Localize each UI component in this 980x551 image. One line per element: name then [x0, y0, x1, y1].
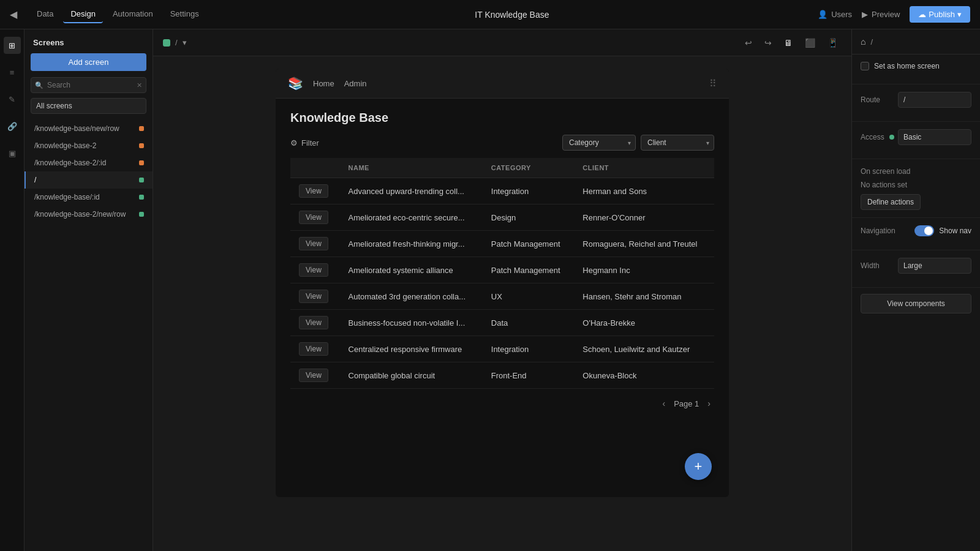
- iconbar-components[interactable]: ≡: [4, 64, 21, 81]
- row-category: Patch Management: [483, 257, 575, 283]
- add-screen-button[interactable]: Add screen: [31, 53, 146, 71]
- prev-page-button[interactable]: ‹: [658, 397, 669, 410]
- topbar-right: 👤 Users ▶ Preview ☁ Publish ▾: [818, 6, 970, 23]
- canvas-breadcrumb: /: [175, 38, 178, 47]
- home-icon: ⌂: [861, 37, 865, 47]
- view-components-button[interactable]: View components: [861, 294, 971, 313]
- screen-filter-select[interactable]: All screens: [31, 98, 146, 114]
- tab-automation[interactable]: Automation: [105, 6, 160, 23]
- tab-settings[interactable]: Settings: [163, 6, 206, 23]
- iconbar-screens[interactable]: ⊞: [4, 37, 21, 54]
- app-nav-grid-icon[interactable]: ⠿: [709, 78, 717, 89]
- table-row: View Compatible global circuit Front-End…: [290, 362, 714, 389]
- row-client: O'Hara-Brekke: [574, 310, 714, 336]
- view-button[interactable]: View: [299, 263, 328, 277]
- fab-button[interactable]: +: [685, 453, 712, 480]
- view-button[interactable]: View: [299, 237, 328, 250]
- users-button[interactable]: 👤 Users: [818, 10, 852, 19]
- search-box: 🔍 ✕: [31, 77, 146, 93]
- tablet-view-button[interactable]: ⬛: [801, 36, 819, 50]
- search-input[interactable]: [31, 77, 146, 93]
- topbar-left: ◀ Data Design Automation Settings: [10, 6, 206, 23]
- screen-item[interactable]: /knowledge-base-2: [24, 137, 153, 154]
- kb-toolbar: ⚙ Filter Category ▾: [290, 135, 714, 151]
- table-row: View Ameliorated eco-centric secure... D…: [290, 204, 714, 231]
- row-name: Ameliorated eco-centric secure...: [340, 204, 483, 231]
- screen-item[interactable]: /knowledge-base/new/row: [24, 120, 153, 137]
- row-name: Ameliorated systemic alliance: [340, 257, 483, 283]
- set-home-checkbox[interactable]: [861, 62, 869, 70]
- row-client: Hegmann Inc: [574, 257, 714, 283]
- app-nav-admin[interactable]: Admin: [344, 77, 367, 91]
- row-client: Okuneva-Block: [574, 362, 714, 389]
- view-button[interactable]: View: [299, 290, 328, 303]
- kb-filters: Category ▾ Client ▾: [562, 135, 714, 151]
- mobile-view-button[interactable]: 📱: [824, 36, 842, 50]
- screen-item[interactable]: /knowledge-base-2/new/row: [24, 206, 153, 223]
- canvas-content: 📚 Home Admin ⠿ Knowledge Base ⚙ Filter: [153, 56, 851, 551]
- desktop-view-button[interactable]: 🖥: [780, 36, 796, 50]
- show-nav-label: Show nav: [939, 227, 971, 235]
- category-filter[interactable]: Category: [562, 135, 636, 151]
- client-filter-wrap: Client ▾: [641, 135, 714, 151]
- route-input[interactable]: [898, 92, 971, 108]
- set-home-section: Set as home screen: [852, 54, 980, 84]
- publish-button[interactable]: ☁ Publish ▾: [910, 6, 970, 23]
- screen-filter: All screens: [31, 98, 146, 114]
- right-panel: ⌂ / Set as home screen Route Access Basi…: [851, 29, 980, 551]
- topbar: ◀ Data Design Automation Settings IT Kno…: [0, 0, 980, 29]
- row-client: Schoen, Lueilwitz and Kautzer: [574, 336, 714, 362]
- iconbar-theme[interactable]: ✎: [4, 91, 21, 108]
- view-button[interactable]: View: [299, 369, 328, 382]
- undo-button[interactable]: ↩: [741, 36, 756, 50]
- width-label: Width: [861, 261, 880, 270]
- kb-table: NAME CATEGORY CLIENT View Advanced upwar…: [290, 158, 714, 389]
- right-panel-breadcrumb: /: [870, 37, 873, 47]
- redo-button[interactable]: ↪: [761, 36, 775, 50]
- width-row: Width Large: [861, 258, 971, 274]
- app-preview: 📚 Home Admin ⠿ Knowledge Base ⚙ Filter: [276, 69, 729, 497]
- access-row: Access Basic: [861, 129, 971, 145]
- view-button[interactable]: View: [299, 211, 328, 224]
- back-button[interactable]: ◀: [10, 9, 17, 20]
- screen-dot: [139, 212, 144, 217]
- width-select[interactable]: Large: [898, 258, 971, 274]
- filter-button[interactable]: ⚙ Filter: [290, 138, 319, 148]
- screens-title: Screens: [24, 29, 153, 53]
- client-filter[interactable]: Client: [641, 135, 714, 151]
- iconbar-data[interactable]: ▣: [4, 144, 21, 162]
- next-page-button[interactable]: ›: [704, 397, 714, 410]
- iconbar-links[interactable]: 🔗: [4, 118, 21, 135]
- show-nav-toggle[interactable]: [914, 225, 934, 236]
- page-label: Page 1: [674, 399, 699, 408]
- row-category: Patch Management: [483, 231, 575, 257]
- view-button[interactable]: View: [299, 316, 328, 329]
- screen-item[interactable]: /knowledge-base/:id: [24, 189, 153, 206]
- publish-icon: ☁: [918, 10, 926, 19]
- app-navigation: 📚 Home Admin ⠿: [276, 69, 729, 99]
- row-category: Data: [483, 310, 575, 336]
- no-actions-text: No actions set: [861, 181, 971, 189]
- row-name: Compatible global circuit: [340, 362, 483, 389]
- on-screen-load-section: On screen load No actions set Define act…: [852, 159, 980, 218]
- row-name: Business-focused non-volatile I...: [340, 310, 483, 336]
- kb-table-head: NAME CATEGORY CLIENT: [290, 158, 714, 178]
- preview-button[interactable]: ▶ Preview: [862, 10, 900, 19]
- search-clear-icon[interactable]: ✕: [137, 81, 142, 89]
- route-section: Route: [852, 84, 980, 122]
- view-button[interactable]: View: [299, 342, 328, 356]
- app-nav-home[interactable]: Home: [313, 77, 334, 91]
- define-actions-button[interactable]: Define actions: [861, 194, 921, 210]
- access-select[interactable]: Basic: [898, 129, 971, 145]
- row-client: Hansen, Stehr and Stroman: [574, 283, 714, 310]
- access-section: Access Basic: [852, 122, 980, 159]
- route-label: Route: [861, 96, 880, 104]
- view-button[interactable]: View: [299, 184, 328, 198]
- tab-design[interactable]: Design: [63, 6, 102, 23]
- screen-item-root[interactable]: /: [24, 171, 153, 189]
- tab-data[interactable]: Data: [29, 6, 61, 23]
- canvas-breadcrumb-arrow[interactable]: ▾: [183, 38, 187, 47]
- row-name: Automated 3rd generation colla...: [340, 283, 483, 310]
- app-nav-icon: 📚: [288, 76, 303, 91]
- screen-item[interactable]: /knowledge-base-2/:id: [24, 154, 153, 171]
